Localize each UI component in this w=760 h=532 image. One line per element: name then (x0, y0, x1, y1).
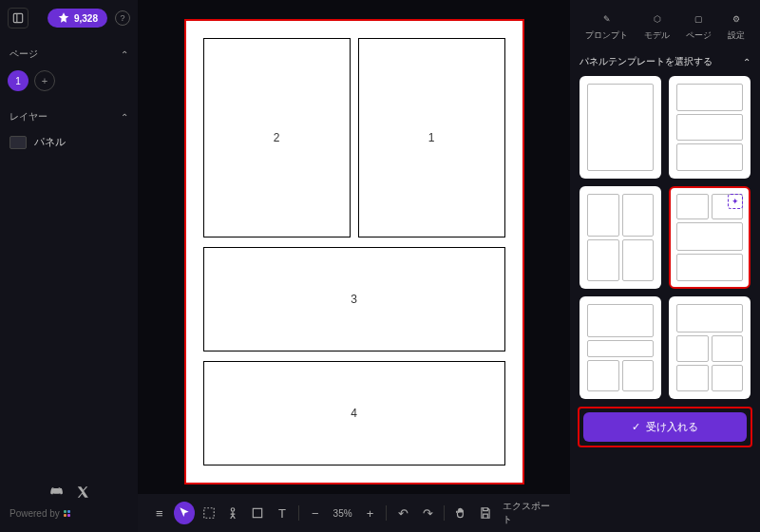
tab-model[interactable]: ⬡モデル (644, 11, 670, 42)
comic-panel-4[interactable]: 4 (203, 361, 505, 466)
panel-row-top: 2 1 (203, 38, 505, 238)
chevron-up-icon: ⌃ (121, 49, 128, 60)
layers-header[interactable]: レイヤー ⌃ (8, 104, 130, 129)
tab-page[interactable]: ▢ページ (686, 11, 712, 42)
tab-settings[interactable]: ⚙設定 (728, 11, 745, 42)
right-tabs: ✎プロンプト ⬡モデル ▢ページ ⚙設定 (578, 8, 752, 51)
brand-dots-icon (64, 510, 70, 517)
cube-icon: ⬡ (650, 11, 665, 27)
save-button[interactable] (475, 502, 496, 524)
zoom-level[interactable]: 35% (330, 508, 356, 519)
text-tool[interactable]: T (272, 502, 293, 524)
templates-grid: ✦ (578, 76, 752, 399)
templates-header[interactable]: パネルテンプレートを選択する ⌃ (578, 51, 752, 76)
page-icon: ▢ (691, 11, 706, 27)
check-icon: ✓ (632, 421, 640, 433)
canvas-wrap: 2 1 3 4 (138, 0, 570, 494)
comic-panel-3[interactable]: 3 (203, 247, 505, 352)
accept-button[interactable]: ✓ 受け入れる (583, 412, 747, 442)
layer-icon (10, 136, 27, 149)
toolbar-separator (444, 505, 445, 521)
person-tool[interactable] (222, 502, 243, 524)
layers-label: レイヤー (10, 110, 48, 124)
zoom-out[interactable]: − (305, 502, 326, 524)
accept-label: 受け入れる (646, 420, 698, 434)
sparkle-icon: ✦ (728, 194, 743, 209)
svg-rect-3 (253, 508, 261, 517)
chevron-up-icon: ⌃ (121, 112, 128, 123)
toolbar-separator (298, 505, 299, 521)
accept-wrap: ✓ 受け入れる (578, 407, 752, 447)
gear-icon: ⚙ (729, 11, 744, 27)
template-4-selected[interactable]: ✦ (669, 186, 750, 289)
comic-panel-1[interactable]: 1 (358, 38, 505, 238)
discord-icon[interactable] (49, 485, 63, 501)
svg-rect-1 (203, 508, 214, 519)
template-5[interactable] (580, 296, 661, 399)
cursor-tool[interactable] (174, 502, 195, 524)
menu-icon[interactable]: ≡ (149, 502, 170, 524)
chevron-up-icon: ⌃ (743, 57, 750, 67)
pages-header[interactable]: ページ ⌃ (8, 42, 130, 66)
toolbar-separator (386, 505, 387, 521)
template-6[interactable] (669, 296, 750, 399)
social-links (10, 485, 128, 501)
template-1[interactable] (580, 76, 661, 179)
rect-tool[interactable] (247, 502, 268, 524)
layer-name: パネル (34, 135, 66, 149)
zoom-in[interactable]: + (360, 502, 381, 524)
top-row: 9,328 ? (8, 8, 130, 28)
undo-button[interactable]: ↶ (392, 502, 413, 524)
layer-item-panel[interactable]: パネル (8, 129, 130, 155)
add-page-button[interactable]: + (34, 70, 55, 91)
center-area: 2 1 3 4 ≡ T − 35% + ↶ ↷ エクスポート (138, 0, 570, 532)
help-icon[interactable]: ? (115, 10, 130, 26)
frame-tool[interactable] (199, 502, 219, 524)
svg-point-2 (232, 508, 236, 512)
left-sidebar: 9,328 ? ページ ⌃ 1 + レイヤー ⌃ パネル Powered by (0, 0, 138, 532)
export-button[interactable]: エクスポート (499, 500, 559, 526)
pages-list: 1 + (8, 66, 130, 95)
templates-title: パネルテンプレートを選択する (580, 55, 712, 68)
page-canvas[interactable]: 2 1 3 4 (184, 19, 524, 484)
sidebar-footer: Powered by (8, 480, 130, 524)
credits-value: 9,328 (74, 13, 98, 24)
page-thumb-1[interactable]: 1 (8, 70, 28, 91)
x-icon[interactable] (76, 485, 89, 501)
template-2[interactable] (669, 76, 750, 179)
bottom-toolbar: ≡ T − 35% + ↶ ↷ エクスポート (138, 494, 570, 532)
credits-badge[interactable]: 9,328 (48, 9, 107, 28)
right-panel: ✎プロンプト ⬡モデル ▢ページ ⚙設定 パネルテンプレートを選択する ⌃ ✦ … (570, 0, 760, 532)
powered-by: Powered by (10, 508, 128, 519)
hand-tool[interactable] (450, 502, 471, 524)
pages-label: ページ (10, 48, 38, 61)
template-3[interactable] (580, 186, 661, 289)
pencil-icon: ✎ (599, 11, 615, 27)
tab-prompt[interactable]: ✎プロンプト (585, 11, 628, 42)
redo-button[interactable]: ↷ (417, 502, 438, 524)
menu-button[interactable] (8, 8, 28, 28)
svg-rect-0 (13, 13, 22, 22)
comic-panel-2[interactable]: 2 (203, 38, 351, 238)
